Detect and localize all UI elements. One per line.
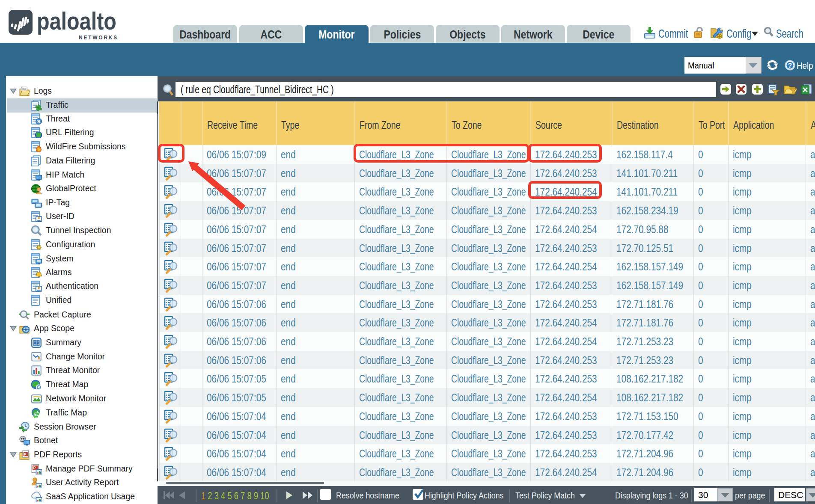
svg-text:paloalto: paloalto	[37, 9, 116, 35]
svg-text:NETWORKS: NETWORKS	[79, 34, 118, 41]
svg-text:?: ?	[788, 62, 792, 69]
